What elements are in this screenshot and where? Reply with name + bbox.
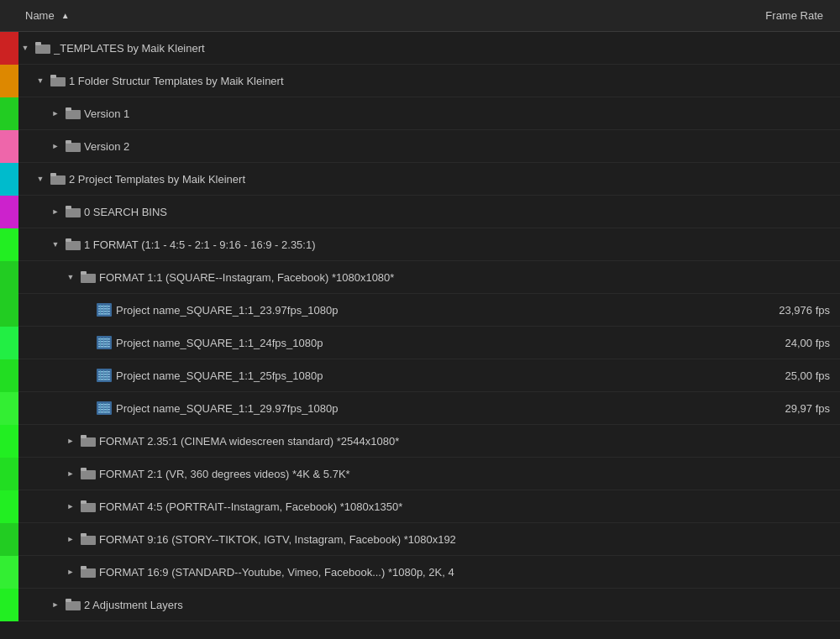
item-label: Version 1 bbox=[84, 107, 732, 120]
framerate-label: Frame Rate bbox=[765, 9, 823, 22]
folder-icon bbox=[66, 238, 81, 250]
folder-icon bbox=[81, 468, 96, 479]
row-content: ►FORMAT 9:16 (STORY--TIKTOK, IGTV, Insta… bbox=[18, 523, 739, 555]
svg-rect-31 bbox=[107, 338, 108, 348]
svg-rect-30 bbox=[103, 338, 104, 348]
svg-rect-59 bbox=[66, 599, 71, 602]
item-label: Project name_SQUARE_1:1_25fps_1080p bbox=[116, 369, 732, 382]
row-content: ▼_TEMPLATES by Maik Kleinert bbox=[18, 32, 739, 64]
sequence-icon bbox=[96, 334, 113, 351]
no-toggle bbox=[79, 369, 92, 382]
expand-toggle[interactable]: ► bbox=[49, 205, 62, 218]
folder-icon bbox=[81, 500, 96, 512]
svg-rect-11 bbox=[66, 206, 71, 209]
file-tree: ▼_TEMPLATES by Maik Kleinert▼1 Folder St… bbox=[0, 32, 840, 621]
list-item[interactable]: ▼FORMAT 1:1 (SQUARE--Instagram, Facebook… bbox=[0, 261, 840, 294]
svg-rect-49 bbox=[81, 435, 87, 438]
color-swatch bbox=[0, 196, 18, 228]
svg-rect-58 bbox=[66, 601, 81, 610]
table-header: Name ▲ Frame Rate bbox=[0, 0, 840, 32]
row-content: ►0 SEARCH BINS bbox=[18, 196, 739, 228]
list-item[interactable]: ►FORMAT 16:9 (STANDARD--Youtube, Vimeo, … bbox=[0, 556, 840, 589]
folder-icon bbox=[81, 533, 96, 545]
expand-toggle[interactable]: ► bbox=[49, 107, 62, 120]
expand-toggle[interactable]: ▼ bbox=[49, 238, 62, 251]
list-item[interactable]: ▼2 Project Templates by Maik Kleinert bbox=[0, 163, 840, 196]
list-item[interactable]: ►Version 1 bbox=[0, 97, 840, 130]
svg-rect-4 bbox=[66, 110, 81, 119]
item-label: 2 Adjustment Layers bbox=[84, 599, 732, 611]
name-column-header[interactable]: Name ▲ bbox=[25, 9, 732, 22]
item-label: FORMAT 2.35:1 (CINEMA widescreen standar… bbox=[99, 435, 732, 448]
list-item[interactable]: ▼_TEMPLATES by Maik Kleinert bbox=[0, 32, 840, 65]
item-label: FORMAT 16:9 (STANDARD--Youtube, Vimeo, F… bbox=[99, 566, 732, 579]
expand-toggle[interactable]: ► bbox=[49, 598, 62, 611]
color-swatch bbox=[0, 589, 18, 621]
item-label: Project name_SQUARE_1:1_24fps_1080p bbox=[116, 337, 732, 349]
folder-icon bbox=[66, 140, 81, 152]
row-content: ►FORMAT 4:5 (PORTRAIT--Instagram, Facebo… bbox=[18, 490, 739, 522]
folder-icon bbox=[81, 435, 96, 447]
list-item[interactable]: ▼1 FORMAT (1:1 - 4:5 - 2:1 - 9:16 - 16:9… bbox=[0, 228, 840, 261]
item-label: Project name_SQUARE_1:1_29.97fps_1080p bbox=[116, 402, 732, 415]
row-content: Project name_SQUARE_1:1_25fps_1080p bbox=[18, 359, 739, 391]
item-label: FORMAT 9:16 (STORY--TIKTOK, IGTV, Instag… bbox=[99, 533, 732, 546]
item-label: Project name_SQUARE_1:1_23.97fps_1080p bbox=[116, 304, 732, 317]
no-toggle bbox=[79, 336, 92, 349]
color-swatch bbox=[0, 228, 18, 261]
item-label: FORMAT 2:1 (VR, 360 degrees videos) *4K … bbox=[99, 468, 732, 480]
list-item[interactable]: Project name_SQUARE_1:1_23.97fps_1080p23… bbox=[0, 294, 840, 327]
svg-rect-51 bbox=[81, 468, 87, 471]
expand-toggle[interactable]: ▼ bbox=[18, 41, 32, 55]
list-item[interactable]: ►Version 2 bbox=[0, 130, 840, 163]
expand-toggle[interactable]: ► bbox=[64, 467, 77, 480]
expand-toggle[interactable]: ▼ bbox=[64, 270, 77, 284]
svg-rect-5 bbox=[66, 107, 71, 111]
list-item[interactable]: ►FORMAT 4:5 (PORTRAIT--Instagram, Facebo… bbox=[0, 490, 840, 523]
color-swatch bbox=[0, 261, 18, 294]
item-label: 1 FORMAT (1:1 - 4:5 - 2:1 - 9:16 - 16:9 … bbox=[84, 238, 732, 251]
svg-rect-0 bbox=[35, 45, 50, 54]
color-swatch bbox=[0, 97, 18, 130]
svg-rect-9 bbox=[50, 173, 56, 176]
list-item[interactable]: ►0 SEARCH BINS bbox=[0, 196, 840, 228]
expand-toggle[interactable]: ► bbox=[64, 532, 77, 546]
expand-toggle[interactable]: ► bbox=[49, 139, 62, 153]
row-content: Project name_SQUARE_1:1_29.97fps_1080p bbox=[18, 392, 739, 424]
folder-icon bbox=[81, 271, 96, 283]
framerate-column-header[interactable]: Frame Rate bbox=[732, 9, 833, 22]
no-toggle bbox=[79, 303, 92, 317]
color-swatch bbox=[0, 490, 18, 523]
framerate-value: 23,976 fps bbox=[739, 304, 840, 317]
expand-toggle[interactable]: ▼ bbox=[34, 74, 47, 87]
expand-toggle[interactable]: ► bbox=[64, 565, 77, 579]
list-item[interactable]: ►FORMAT 9:16 (STORY--TIKTOK, IGTV, Insta… bbox=[0, 523, 840, 556]
item-label: FORMAT 1:1 (SQUARE--Instagram, Facebook)… bbox=[99, 271, 732, 284]
color-swatch bbox=[0, 359, 18, 392]
row-content: ►2 Adjustment Layers bbox=[18, 589, 739, 621]
list-item[interactable]: ►FORMAT 2.35:1 (CINEMA widescreen standa… bbox=[0, 425, 840, 458]
list-item[interactable]: Project name_SQUARE_1:1_29.97fps_1080p29… bbox=[0, 392, 840, 425]
expand-toggle[interactable]: ► bbox=[64, 434, 77, 448]
expand-toggle[interactable]: ▼ bbox=[34, 172, 47, 186]
expand-toggle[interactable]: ► bbox=[64, 500, 77, 513]
list-item[interactable]: Project name_SQUARE_1:1_24fps_1080p24,00… bbox=[0, 327, 840, 359]
row-content: ►Version 1 bbox=[18, 97, 739, 129]
color-swatch bbox=[0, 294, 18, 327]
svg-rect-8 bbox=[50, 175, 66, 185]
list-item[interactable]: ▼1 Folder Structur Templates by Maik Kle… bbox=[0, 65, 840, 97]
svg-rect-1 bbox=[35, 42, 41, 45]
item-label: Version 2 bbox=[84, 140, 732, 153]
color-swatch bbox=[0, 458, 18, 490]
framerate-value: 29,97 fps bbox=[739, 402, 840, 415]
list-item[interactable]: Project name_SQUARE_1:1_25fps_1080p25,00… bbox=[0, 359, 840, 392]
framerate-value: 25,00 fps bbox=[739, 369, 840, 382]
svg-rect-7 bbox=[66, 140, 71, 144]
color-swatch bbox=[0, 130, 18, 163]
item-label: _TEMPLATES by Maik Kleinert bbox=[54, 42, 732, 55]
svg-rect-46 bbox=[103, 403, 104, 413]
list-item[interactable]: ►FORMAT 2:1 (VR, 360 degrees videos) *4K… bbox=[0, 458, 840, 490]
color-swatch bbox=[0, 163, 18, 196]
list-item[interactable]: ►2 Adjustment Layers bbox=[0, 589, 840, 621]
sequence-icon bbox=[96, 400, 113, 416]
